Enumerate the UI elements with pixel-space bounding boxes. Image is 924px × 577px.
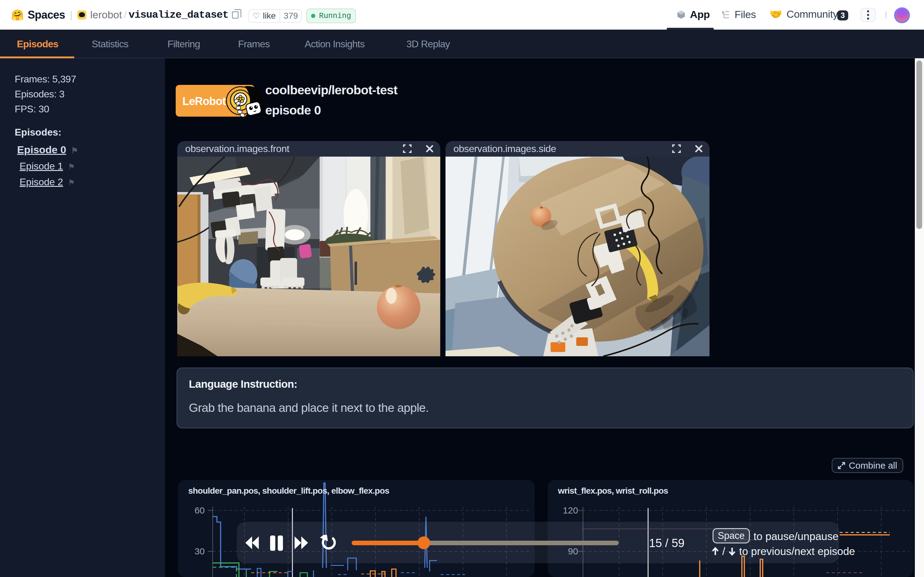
svg-text:LeRobot: LeRobot (183, 95, 226, 108)
svg-text:30: 30 (195, 546, 205, 556)
svg-text:120: 120 (563, 505, 578, 515)
svg-text:60: 60 (195, 505, 205, 515)
